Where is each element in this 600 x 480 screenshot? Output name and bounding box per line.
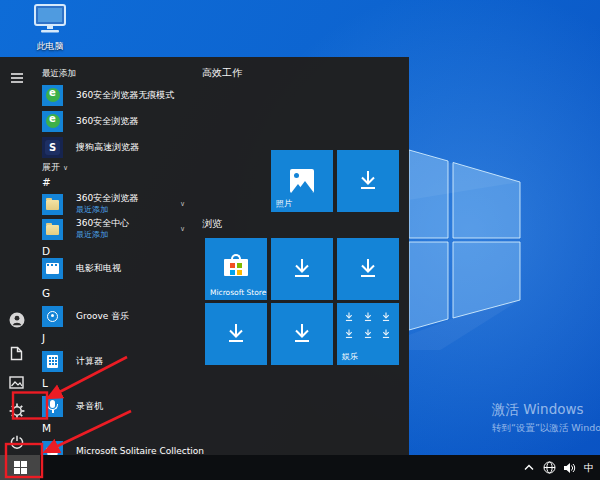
ime-indicator[interactable]: 中 [582,459,596,477]
folder-label: 360安全中心 [76,218,129,228]
360-browser-incognito-icon [42,85,63,106]
solitaire-icon [42,441,63,456]
recent-header: 最近添加 [42,68,76,80]
start-menu-tiles: 高效工作 照片 浏览 Microsoft Store [195,57,409,455]
network-globe-icon[interactable] [542,459,556,477]
start-menu-rail [0,57,33,455]
expand-toggle[interactable]: 展开∨ [42,161,68,174]
section-letter[interactable]: L [42,377,48,389]
start-button[interactable] [0,455,40,480]
app-label: 录音机 [76,400,103,413]
tile-label: 娱乐 [342,351,358,362]
start-menu-app-list: 最近添加 360安全浏览器无痕模式 360安全浏览器 搜狗高速浏览器 展开∨ #… [33,57,195,455]
tile-microsoft-store[interactable]: Microsoft Store [205,238,267,300]
tile-group-title: 高效工作 [202,66,242,80]
calculator-icon [42,351,63,372]
watermark-title: 激活 Windows [492,401,600,419]
download-arrow-icon [205,303,267,365]
chevron-down-icon: ∨ [63,164,68,172]
expand-label: 展开 [42,162,60,172]
app-label: 360安全浏览器无痕模式 [76,89,174,102]
download-arrow-icon [337,150,399,212]
folder-icon [42,194,63,215]
sogou-browser-icon [42,137,63,158]
tile-label: 照片 [276,198,292,209]
tile-download-app[interactable] [271,303,333,365]
power-icon[interactable] [0,429,33,455]
tile-label: Microsoft Store [210,288,266,297]
folder-item[interactable]: 360安全中心最近添加 ∨ [33,218,195,240]
app-label: 360安全浏览器 [76,115,138,128]
app-item[interactable]: 计算器 [33,350,195,372]
app-item[interactable]: 录音机 [33,395,195,417]
chevron-up-icon[interactable] [522,459,536,477]
taskbar: 中 [0,455,600,480]
tile-download-app[interactable] [271,238,333,300]
app-item[interactable]: 搜狗高速浏览器 [33,136,195,158]
chevron-down-icon[interactable]: ∨ [180,200,185,208]
settings-gear-icon[interactable] [0,398,33,424]
folder-item[interactable]: 360安全浏览器最近添加 ∨ [33,193,195,215]
desktop-icon-label: 此电脑 [22,40,78,53]
section-letter[interactable]: M [42,422,51,434]
app-label: 搜狗高速浏览器 [76,141,139,154]
app-label: Groove 音乐 [76,310,129,323]
app-label: 电影和电视 [76,262,121,275]
tile-group-title: 浏览 [202,217,222,231]
app-item[interactable]: 电影和电视 [33,257,195,279]
groove-music-icon [42,306,63,327]
section-letter[interactable]: # [42,176,51,188]
chevron-down-icon[interactable]: ∨ [180,225,185,233]
folder-sub-label: 最近添加 [76,230,129,240]
voice-recorder-icon [42,396,63,417]
hamburger-menu-icon[interactable] [0,65,33,91]
tile-entertainment-group[interactable]: 娱乐 [337,303,399,365]
start-menu: 最近添加 360安全浏览器无痕模式 360安全浏览器 搜狗高速浏览器 展开∨ #… [0,57,409,455]
app-item[interactable]: Microsoft Solitaire Collection [33,440,195,455]
tile-photos[interactable]: 照片 [271,150,333,212]
tile-download-app[interactable] [337,150,399,212]
this-pc-icon [30,3,70,35]
download-arrow-icon [337,238,399,300]
user-avatar-icon[interactable] [0,307,33,333]
360-browser-icon [42,111,63,132]
download-arrow-icon [271,303,333,365]
tile-download-app[interactable] [337,238,399,300]
volume-icon[interactable] [562,459,576,477]
app-label: 计算器 [76,355,103,368]
download-arrow-icon [271,238,333,300]
section-letter[interactable]: D [42,245,50,257]
tile-download-app[interactable] [205,303,267,365]
pictures-icon[interactable] [0,369,33,395]
documents-icon[interactable] [0,340,33,366]
folder-label: 360安全浏览器 [76,193,138,203]
app-item[interactable]: Groove 音乐 [33,305,195,327]
desktop-icon-this-pc[interactable]: 此电脑 [22,3,78,53]
download-group-icon [344,311,392,340]
app-label: Microsoft Solitaire Collection [76,446,204,455]
windows-wallpaper-logo [396,140,566,350]
app-item[interactable]: 360安全浏览器无痕模式 [33,84,195,106]
section-letter[interactable]: J [42,332,45,344]
movies-tv-icon [42,258,63,279]
section-letter[interactable]: G [42,287,50,299]
watermark-subtitle: 转到“设置”以激活 Windows [492,422,600,435]
activate-windows-watermark: 激活 Windows 转到“设置”以激活 Windows [492,401,600,435]
windows-logo-icon [14,461,27,474]
folder-icon [42,219,63,240]
system-tray: 中 [522,455,596,480]
app-item[interactable]: 360安全浏览器 [33,110,195,132]
folder-sub-label: 最近添加 [76,205,138,215]
